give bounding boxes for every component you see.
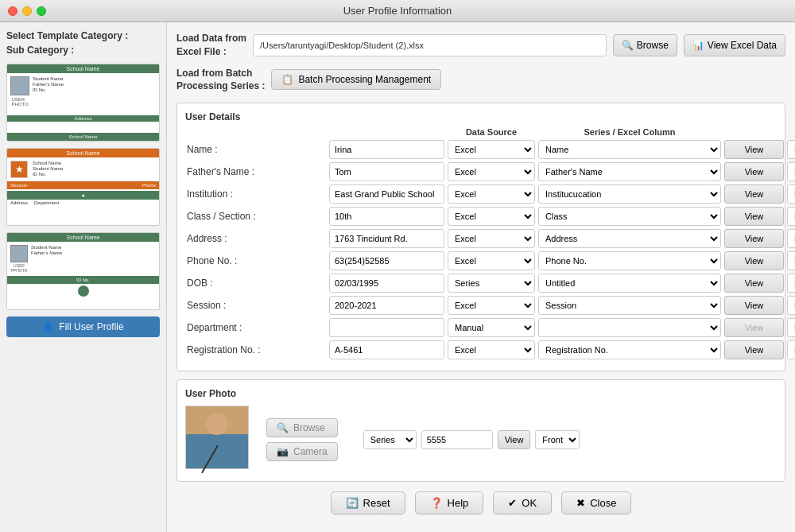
row-label: Institution : [187, 188, 326, 200]
row-value-input[interactable] [329, 251, 444, 270]
source-select[interactable]: ExcelSeriesManual [448, 207, 535, 226]
column-select[interactable]: Untitled [538, 274, 721, 293]
user-icon: 👤 [42, 321, 54, 332]
row-label: Address : [187, 233, 326, 244]
view-button[interactable]: View [724, 318, 784, 337]
detail-row: Phone No. :ExcelSeriesManualPhone No.Vie… [185, 251, 777, 270]
help-button[interactable]: ❓ Help [415, 491, 484, 515]
close-button[interactable] [8, 6, 17, 16]
card1-photo [10, 76, 29, 95]
column-cell: Phone No. [538, 251, 721, 270]
card1-school-name-bottom: School Name [7, 133, 159, 141]
row-value-input[interactable] [329, 229, 444, 248]
source-select[interactable]: ExcelSeriesManual [448, 229, 535, 248]
column-cell: Untitled [538, 274, 721, 293]
view-button[interactable]: View [724, 184, 784, 204]
browse-photo-icon: 🔍 [277, 422, 289, 433]
camera-button[interactable]: 📷 Camera [266, 442, 338, 461]
card3-user-photo-label: USERPPHOTO [10, 263, 27, 273]
view-button[interactable]: View [724, 207, 784, 226]
source-select[interactable]: ExcelSeriesManual [448, 140, 535, 159]
view-excel-button[interactable]: 📊 View Excel Data [684, 34, 785, 56]
column-select[interactable]: Registration No. [538, 340, 721, 359]
photo-browse-button[interactable]: 🔍 Browse [266, 418, 338, 437]
side-select[interactable]: FrontBackBoth [787, 140, 795, 159]
user-photo-title: User Photo [185, 388, 777, 399]
row-value-input[interactable] [329, 318, 444, 337]
column-select[interactable]: Phone No. [538, 251, 721, 270]
view-button[interactable]: View [724, 296, 784, 315]
close-dialog-button[interactable]: ✖ Close [561, 491, 631, 515]
source-cell: ExcelSeriesManual [448, 296, 535, 315]
photo-preview [185, 406, 249, 469]
side-select[interactable]: FrontBackBoth [787, 207, 795, 226]
column-select[interactable] [538, 318, 721, 337]
view-button[interactable]: View [724, 251, 784, 270]
view-button[interactable]: View [724, 340, 784, 359]
side-select[interactable]: FrontBackBoth [787, 274, 795, 293]
browse-button[interactable]: 🔍 Browse [613, 34, 677, 56]
side-select[interactable]: FrontBackBoth [787, 162, 795, 181]
view-button[interactable]: View [724, 140, 784, 159]
detail-row: Name :ExcelSeriesManualNameViewFrontBack… [185, 140, 777, 159]
photo-view-button[interactable]: View [498, 430, 531, 449]
card1-school-name: School Name [7, 64, 159, 73]
source-select[interactable]: ExcelSeriesManual [448, 296, 535, 315]
row-value-input[interactable] [329, 296, 444, 315]
row-value-input[interactable] [329, 162, 444, 181]
column-select[interactable]: Institucucation [538, 184, 721, 204]
column-select[interactable]: Address [538, 229, 721, 248]
template-card-3[interactable]: School Name USERPPHOTO Student Name Fath… [6, 232, 160, 310]
content-area: Load Data from Excel File : 🔍 Browse 📊 V… [167, 22, 795, 532]
source-select[interactable]: ExcelSeriesManual [448, 162, 535, 181]
maximize-button[interactable] [37, 6, 46, 16]
source-select[interactable]: ExcelSeriesManual [448, 340, 535, 359]
photo-side-select[interactable]: Front Back Both [535, 430, 580, 449]
view-button[interactable]: View [724, 229, 784, 248]
view-button[interactable]: View [724, 162, 784, 181]
side-select[interactable]: FrontBackBoth [787, 229, 795, 248]
col-header-series-excel: Series / Excel Column [538, 127, 721, 137]
row-value-input[interactable] [329, 184, 444, 204]
reset-button[interactable]: 🔄 Reset [331, 491, 405, 515]
source-select[interactable]: ExcelSeriesManual [448, 318, 535, 337]
column-select[interactable]: Session [538, 296, 721, 315]
batch-processing-button[interactable]: 📋 Batch Processing Management [271, 69, 441, 90]
fill-user-profile-button[interactable]: 👤 Fill User Profile [6, 316, 160, 337]
row-label: DOB : [187, 278, 326, 289]
side-select[interactable]: FrontBackBoth [787, 318, 795, 337]
row-value-input[interactable] [329, 340, 444, 359]
source-select[interactable]: ExcelSeriesManual [448, 251, 535, 270]
ok-button[interactable]: ✔ OK [493, 491, 552, 515]
column-select[interactable]: Class [538, 207, 721, 226]
photo-column-input[interactable] [421, 430, 493, 449]
col-header-select-side: Select Side [787, 127, 795, 137]
column-select[interactable]: Father's Name [538, 162, 721, 181]
photo-container [185, 406, 257, 473]
column-select[interactable]: Name [538, 140, 721, 159]
window-title: User Profile Information [343, 5, 452, 17]
col-header-data-source: Data Source [448, 127, 535, 137]
source-cell: ExcelSeriesManual [448, 318, 535, 337]
file-row: Load Data from Excel File : 🔍 Browse 📊 V… [176, 32, 785, 59]
template-card-2[interactable]: School Name ★ School Name Student Name I… [6, 148, 160, 226]
side-select[interactable]: FrontBackBoth [787, 251, 795, 270]
template-cards: School Name USERPHOTO Student Name Fathe… [6, 64, 160, 310]
side-select[interactable]: FrontBackBoth [787, 184, 795, 204]
file-path-input[interactable] [253, 34, 607, 56]
card1-id: ID No. [33, 87, 156, 92]
template-card-1[interactable]: School Name USERPHOTO Student Name Fathe… [6, 64, 160, 142]
row-value-input[interactable] [329, 207, 444, 226]
source-select[interactable]: ExcelSeriesManual [448, 184, 535, 204]
view-button[interactable]: View [724, 274, 784, 293]
batch-icon: 📋 [281, 74, 293, 85]
photo-source-select[interactable]: Excel Series Manual [363, 430, 417, 449]
row-value-input[interactable] [329, 274, 444, 293]
side-select[interactable]: FrontBackBoth [787, 340, 795, 359]
detail-row: Address :ExcelSeriesManualAddressViewFro… [185, 229, 777, 248]
row-value-input[interactable] [329, 140, 444, 159]
source-select[interactable]: ExcelSeriesManual [448, 274, 535, 293]
side-select[interactable]: FrontBackBoth [787, 296, 795, 315]
row-label: Session : [187, 300, 326, 311]
minimize-button[interactable] [22, 6, 32, 16]
